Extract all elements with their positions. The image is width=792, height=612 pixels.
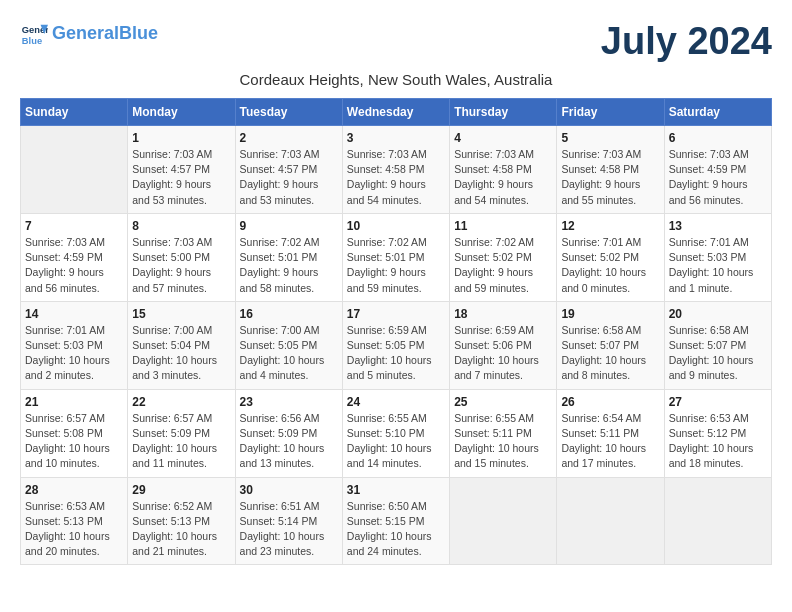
day-number: 12 [561,219,659,233]
day-number: 8 [132,219,230,233]
calendar-cell: 30Sunrise: 6:51 AM Sunset: 5:14 PM Dayli… [235,477,342,565]
day-info: Sunrise: 6:55 AM Sunset: 5:11 PM Dayligh… [454,411,552,472]
calendar-cell: 3Sunrise: 7:03 AM Sunset: 4:58 PM Daylig… [342,126,449,214]
calendar-cell: 2Sunrise: 7:03 AM Sunset: 4:57 PM Daylig… [235,126,342,214]
day-number: 13 [669,219,767,233]
calendar-cell: 13Sunrise: 7:01 AM Sunset: 5:03 PM Dayli… [664,213,771,301]
day-number: 5 [561,131,659,145]
day-info: Sunrise: 6:56 AM Sunset: 5:09 PM Dayligh… [240,411,338,472]
day-info: Sunrise: 6:58 AM Sunset: 5:07 PM Dayligh… [561,323,659,384]
day-number: 14 [25,307,123,321]
header-friday: Friday [557,99,664,126]
day-number: 17 [347,307,445,321]
day-number: 28 [25,483,123,497]
day-info: Sunrise: 7:00 AM Sunset: 5:05 PM Dayligh… [240,323,338,384]
day-info: Sunrise: 6:57 AM Sunset: 5:09 PM Dayligh… [132,411,230,472]
day-info: Sunrise: 6:54 AM Sunset: 5:11 PM Dayligh… [561,411,659,472]
calendar-cell: 4Sunrise: 7:03 AM Sunset: 4:58 PM Daylig… [450,126,557,214]
day-info: Sunrise: 7:03 AM Sunset: 4:57 PM Dayligh… [240,147,338,208]
calendar-cell: 1Sunrise: 7:03 AM Sunset: 4:57 PM Daylig… [128,126,235,214]
day-info: Sunrise: 7:02 AM Sunset: 5:01 PM Dayligh… [240,235,338,296]
day-number: 3 [347,131,445,145]
day-number: 29 [132,483,230,497]
calendar-cell: 5Sunrise: 7:03 AM Sunset: 4:58 PM Daylig… [557,126,664,214]
day-info: Sunrise: 7:03 AM Sunset: 5:00 PM Dayligh… [132,235,230,296]
day-info: Sunrise: 7:03 AM Sunset: 4:58 PM Dayligh… [561,147,659,208]
calendar-cell: 8Sunrise: 7:03 AM Sunset: 5:00 PM Daylig… [128,213,235,301]
day-info: Sunrise: 6:51 AM Sunset: 5:14 PM Dayligh… [240,499,338,560]
calendar-cell [557,477,664,565]
calendar-cell: 9Sunrise: 7:02 AM Sunset: 5:01 PM Daylig… [235,213,342,301]
calendar-cell: 25Sunrise: 6:55 AM Sunset: 5:11 PM Dayli… [450,389,557,477]
general-blue-logo-icon: General Blue [20,20,48,48]
calendar-cell: 29Sunrise: 6:52 AM Sunset: 5:13 PM Dayli… [128,477,235,565]
day-number: 24 [347,395,445,409]
day-info: Sunrise: 7:03 AM Sunset: 4:58 PM Dayligh… [347,147,445,208]
header-thursday: Thursday [450,99,557,126]
day-number: 30 [240,483,338,497]
calendar-cell: 23Sunrise: 6:56 AM Sunset: 5:09 PM Dayli… [235,389,342,477]
calendar-cell: 20Sunrise: 6:58 AM Sunset: 5:07 PM Dayli… [664,301,771,389]
header-saturday: Saturday [664,99,771,126]
day-number: 7 [25,219,123,233]
day-number: 4 [454,131,552,145]
calendar-cell [664,477,771,565]
location-title: Cordeaux Heights, New South Wales, Austr… [20,71,772,88]
day-number: 19 [561,307,659,321]
svg-text:Blue: Blue [22,36,42,46]
header-monday: Monday [128,99,235,126]
day-info: Sunrise: 7:03 AM Sunset: 4:59 PM Dayligh… [669,147,767,208]
calendar-cell: 31Sunrise: 6:50 AM Sunset: 5:15 PM Dayli… [342,477,449,565]
days-of-week-row: SundayMondayTuesdayWednesdayThursdayFrid… [21,99,772,126]
header-tuesday: Tuesday [235,99,342,126]
calendar-header: SundayMondayTuesdayWednesdayThursdayFrid… [21,99,772,126]
page-header: General Blue GeneralBlue July 2024 [20,20,772,63]
day-number: 6 [669,131,767,145]
day-info: Sunrise: 6:53 AM Sunset: 5:12 PM Dayligh… [669,411,767,472]
day-info: Sunrise: 7:02 AM Sunset: 5:01 PM Dayligh… [347,235,445,296]
day-info: Sunrise: 7:03 AM Sunset: 4:59 PM Dayligh… [25,235,123,296]
calendar-table: SundayMondayTuesdayWednesdayThursdayFrid… [20,98,772,565]
day-info: Sunrise: 6:55 AM Sunset: 5:10 PM Dayligh… [347,411,445,472]
day-number: 20 [669,307,767,321]
calendar-cell: 24Sunrise: 6:55 AM Sunset: 5:10 PM Dayli… [342,389,449,477]
day-number: 2 [240,131,338,145]
calendar-cell: 22Sunrise: 6:57 AM Sunset: 5:09 PM Dayli… [128,389,235,477]
week-row-4: 21Sunrise: 6:57 AM Sunset: 5:08 PM Dayli… [21,389,772,477]
day-info: Sunrise: 7:01 AM Sunset: 5:03 PM Dayligh… [669,235,767,296]
day-number: 23 [240,395,338,409]
calendar-cell: 7Sunrise: 7:03 AM Sunset: 4:59 PM Daylig… [21,213,128,301]
calendar-cell: 11Sunrise: 7:02 AM Sunset: 5:02 PM Dayli… [450,213,557,301]
day-number: 31 [347,483,445,497]
day-number: 9 [240,219,338,233]
calendar-body: 1Sunrise: 7:03 AM Sunset: 4:57 PM Daylig… [21,126,772,565]
calendar-cell: 16Sunrise: 7:00 AM Sunset: 5:05 PM Dayli… [235,301,342,389]
week-row-3: 14Sunrise: 7:01 AM Sunset: 5:03 PM Dayli… [21,301,772,389]
calendar-cell: 14Sunrise: 7:01 AM Sunset: 5:03 PM Dayli… [21,301,128,389]
calendar-cell: 27Sunrise: 6:53 AM Sunset: 5:12 PM Dayli… [664,389,771,477]
calendar-cell: 6Sunrise: 7:03 AM Sunset: 4:59 PM Daylig… [664,126,771,214]
day-info: Sunrise: 6:59 AM Sunset: 5:06 PM Dayligh… [454,323,552,384]
day-number: 25 [454,395,552,409]
day-number: 15 [132,307,230,321]
calendar-cell: 17Sunrise: 6:59 AM Sunset: 5:05 PM Dayli… [342,301,449,389]
week-row-2: 7Sunrise: 7:03 AM Sunset: 4:59 PM Daylig… [21,213,772,301]
day-info: Sunrise: 6:50 AM Sunset: 5:15 PM Dayligh… [347,499,445,560]
day-info: Sunrise: 7:03 AM Sunset: 4:58 PM Dayligh… [454,147,552,208]
day-number: 26 [561,395,659,409]
logo: General Blue GeneralBlue [20,20,158,48]
day-number: 1 [132,131,230,145]
day-number: 10 [347,219,445,233]
day-number: 16 [240,307,338,321]
calendar-cell: 12Sunrise: 7:01 AM Sunset: 5:02 PM Dayli… [557,213,664,301]
day-info: Sunrise: 6:52 AM Sunset: 5:13 PM Dayligh… [132,499,230,560]
calendar-cell: 15Sunrise: 7:00 AM Sunset: 5:04 PM Dayli… [128,301,235,389]
week-row-1: 1Sunrise: 7:03 AM Sunset: 4:57 PM Daylig… [21,126,772,214]
week-row-5: 28Sunrise: 6:53 AM Sunset: 5:13 PM Dayli… [21,477,772,565]
calendar-cell: 19Sunrise: 6:58 AM Sunset: 5:07 PM Dayli… [557,301,664,389]
day-info: Sunrise: 7:03 AM Sunset: 4:57 PM Dayligh… [132,147,230,208]
calendar-cell: 18Sunrise: 6:59 AM Sunset: 5:06 PM Dayli… [450,301,557,389]
day-info: Sunrise: 7:00 AM Sunset: 5:04 PM Dayligh… [132,323,230,384]
day-info: Sunrise: 6:57 AM Sunset: 5:08 PM Dayligh… [25,411,123,472]
calendar-cell: 10Sunrise: 7:02 AM Sunset: 5:01 PM Dayli… [342,213,449,301]
